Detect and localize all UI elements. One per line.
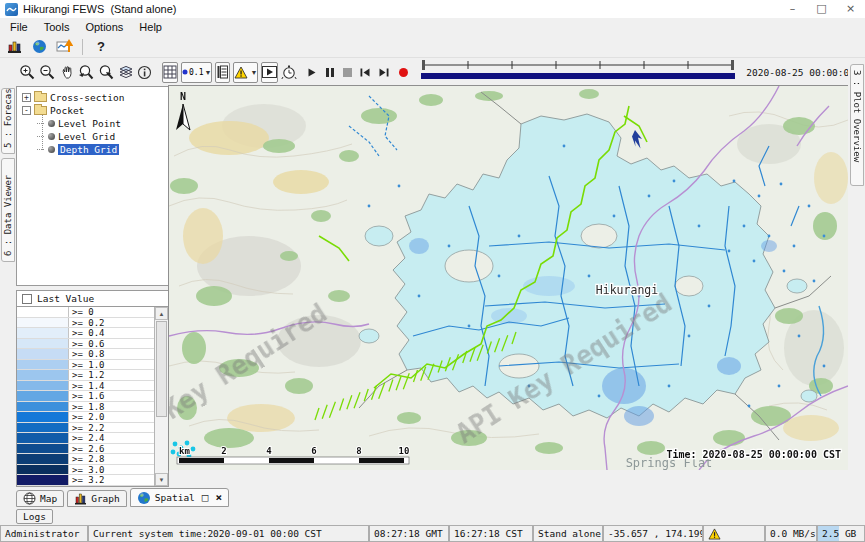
status-gmt-time: 08:27:18 GMT (369, 525, 449, 542)
help-icon[interactable]: ? (92, 38, 110, 56)
scroll-thumb[interactable] (156, 321, 167, 417)
classification-icon[interactable] (215, 62, 230, 83)
legend-row[interactable]: >= 0 (17, 307, 154, 318)
legend-row[interactable]: >= 2.6 (17, 444, 154, 455)
legend-label: >= 0 (69, 307, 94, 317)
status-warning-cell[interactable] (703, 525, 765, 542)
pause-button[interactable] (326, 64, 334, 81)
legend-row[interactable]: >= 1.2 (17, 370, 154, 381)
step-forward-button[interactable] (378, 64, 390, 81)
record-button[interactable] (399, 64, 408, 81)
legend-row[interactable]: >= 1.8 (17, 402, 154, 413)
step-back-button[interactable] (359, 64, 371, 81)
timeseries-dialog-icon[interactable] (55, 38, 73, 56)
pane-maximize-button[interactable]: □ (202, 491, 209, 504)
expander-icon[interactable]: + (22, 93, 31, 102)
stop-icon (343, 68, 352, 77)
legend-row[interactable]: >= 1.6 (17, 391, 154, 402)
database-explorer-icon[interactable] (5, 38, 23, 56)
legend-label: >= 1.8 (69, 402, 105, 412)
map-canvas[interactable]: API Key Required API Key Required Hikura… (169, 86, 848, 470)
tree-item-level-point[interactable]: Level Point (17, 117, 168, 130)
main-toolbar: ? (0, 36, 865, 58)
station-marker-icon[interactable] (632, 130, 642, 149)
tree-item-pocket[interactable]: - Pocket (17, 104, 168, 117)
animation-panel-icon[interactable] (261, 62, 278, 83)
map-time-label: Time: 2020-08-25 00:00:00 CST (666, 449, 841, 460)
svg-text:km: km (179, 446, 190, 456)
timer-icon[interactable] (281, 62, 297, 83)
info-icon[interactable] (137, 62, 152, 83)
svg-text:2: 2 (221, 446, 226, 456)
legend-row[interactable]: >= 2.0 (17, 412, 154, 423)
tree-item-level-grid[interactable]: Level Grid (17, 130, 168, 143)
thresholds-dropdown[interactable]: ▼ (233, 62, 258, 83)
status-memory[interactable]: 2.5 GB (817, 525, 865, 542)
legend-swatch (17, 444, 69, 454)
legend-row[interactable]: >= 0.6 (17, 339, 154, 350)
tab-plot-overview[interactable]: 3 : Plot Overview (850, 64, 864, 186)
legend-swatch (17, 391, 69, 401)
pan-icon[interactable] (59, 62, 75, 83)
last-value-checkbox[interactable] (22, 294, 32, 304)
map-gap (169, 470, 848, 487)
tab-data-viewer[interactable]: 6 : Data Viewer (1, 158, 15, 262)
legend-row[interactable]: >= 0.8 (17, 349, 154, 360)
play-button[interactable] (306, 64, 317, 81)
timeline-range-bar (421, 73, 735, 79)
grid-display-icon[interactable] (162, 62, 178, 83)
maximize-button[interactable]: □ (807, 0, 836, 18)
timeline-slider[interactable] (419, 58, 737, 86)
svg-text:8: 8 (356, 446, 361, 456)
tab-forecasts[interactable]: 5 : Forecast (1, 88, 15, 154)
tab-graph[interactable]: Graph (67, 490, 127, 507)
value-interval-dropdown[interactable]: 0.1 ▼ (181, 62, 212, 83)
status-coordinates: -35.657 , 174.199 (603, 525, 703, 542)
legend-label: >= 0.6 (69, 339, 105, 349)
zoom-previous-icon[interactable] (78, 62, 95, 83)
stop-button[interactable] (343, 64, 352, 81)
scroll-up-icon[interactable]: ▲ (155, 307, 168, 320)
legend-row[interactable]: >= 1.0 (17, 360, 154, 371)
pane-close-button[interactable]: × (215, 491, 222, 504)
spatial-toolbar: 0.1 ▼ ▼ (16, 58, 848, 86)
value-interval-value: 0.1 (189, 68, 203, 77)
tab-map[interactable]: Map (16, 490, 64, 507)
menu-tools[interactable]: Tools (36, 21, 78, 33)
legend-label: >= 1.2 (69, 370, 105, 380)
close-button[interactable]: × (836, 0, 865, 18)
status-system-time: Current system time:2020-09-01 00:00 CST (88, 525, 369, 542)
legend-row[interactable]: >= 0.2 (17, 318, 154, 329)
legend-row[interactable]: >= 2.8 (17, 454, 154, 465)
menu-options[interactable]: Options (77, 21, 131, 33)
legend-row[interactable]: >= 2.2 (17, 423, 154, 434)
zoom-next-icon[interactable] (98, 62, 115, 83)
expander-icon[interactable]: - (22, 106, 31, 115)
menu-help[interactable]: Help (131, 21, 170, 33)
legend-swatch (17, 465, 69, 475)
map-container: API Key Required API Key Required Hikura… (169, 86, 848, 487)
minimize-button[interactable]: – (778, 0, 807, 18)
legend-row[interactable]: >= 0.4 (17, 328, 154, 339)
spatial-display-icon[interactable] (30, 38, 48, 56)
logs-button[interactable]: Logs (16, 509, 53, 524)
legend-row[interactable]: >= 1.4 (17, 381, 154, 392)
legend-row[interactable]: >= 2.4 (17, 433, 154, 444)
tree-item-label: Pocket (50, 105, 84, 116)
tree-item-cross-section[interactable]: + Cross-section (17, 91, 168, 104)
legend-row[interactable]: >= 3.0 (17, 465, 154, 476)
legend-row[interactable]: >= 3.2 (17, 475, 154, 486)
zoom-in-icon[interactable] (19, 62, 36, 83)
tab-spatial[interactable]: Spatial □ × (130, 488, 229, 507)
scroll-down-icon[interactable]: ▼ (155, 473, 168, 486)
tree-item-depth-grid[interactable]: Depth Grid (17, 143, 168, 156)
layers-icon[interactable] (118, 62, 134, 83)
legend-scrollbar[interactable]: ▲ ▼ (154, 307, 168, 486)
legend-swatch (17, 433, 69, 443)
flood-extent-layer (359, 114, 817, 418)
legend-swatch (17, 475, 69, 485)
zoom-out-icon[interactable] (39, 62, 56, 83)
menu-file[interactable]: File (2, 21, 36, 33)
dot-icon (182, 69, 188, 75)
legend-header: Last Value (16, 290, 169, 306)
